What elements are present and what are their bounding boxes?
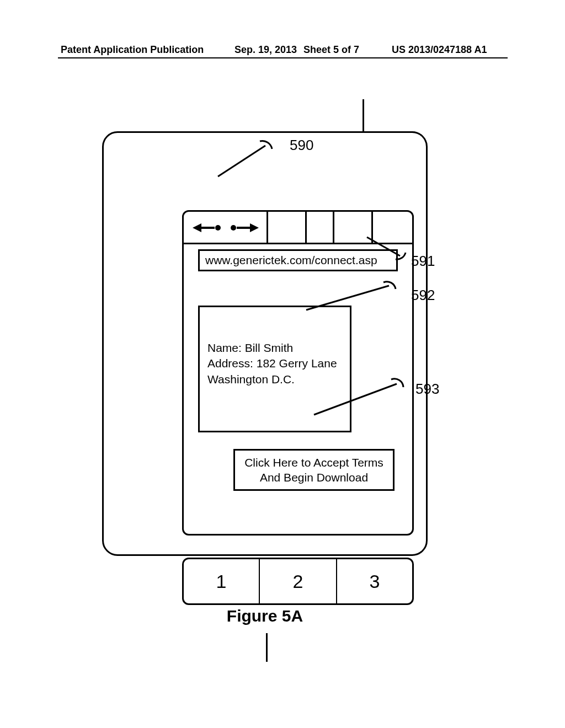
svg-marker-0: [193, 223, 201, 232]
toolbar-sep: [305, 212, 307, 243]
ref-leader-591: [367, 237, 417, 265]
ref-leader-592: [306, 281, 406, 314]
figure-caption: Figure 5A: [74, 607, 455, 625]
page-root: Patent Application Publication Sep. 19, …: [0, 0, 565, 728]
ref-590: 590: [290, 137, 313, 154]
svg-line-8: [306, 286, 389, 310]
header-date: Sep. 19, 2013: [234, 44, 297, 56]
toolbar-sep: [266, 212, 268, 243]
svg-marker-5: [250, 223, 259, 232]
ref-leader-593: [314, 378, 413, 417]
figure-area: www.generictek.com/connect.asp Name: Bil…: [74, 99, 488, 662]
back-icon[interactable]: [193, 223, 222, 233]
svg-point-2: [215, 225, 221, 231]
key-row: 1 2 3: [182, 558, 414, 605]
header-rule: [58, 57, 508, 58]
caption-lead-line: [266, 633, 268, 662]
form-address-line: Address: 182 Gerry Lane: [207, 356, 342, 371]
device-outline: www.generictek.com/connect.asp Name: Bil…: [102, 131, 428, 556]
svg-point-3: [231, 225, 236, 231]
ref-592: 592: [411, 287, 435, 304]
svg-line-9: [314, 384, 397, 415]
svg-line-7: [367, 237, 400, 256]
header-publication-type: Patent Application Publication: [61, 44, 204, 56]
device-lead-line: [363, 99, 364, 131]
ref-leader-590: [218, 139, 284, 178]
key-3[interactable]: 3: [337, 558, 414, 605]
svg-line-6: [218, 146, 265, 176]
header-pub-number: US 2013/0247188 A1: [392, 44, 487, 56]
accept-download-button[interactable]: Click Here to Accept Terms And Begin Dow…: [233, 449, 395, 491]
key-1[interactable]: 1: [182, 558, 259, 605]
key-2[interactable]: 2: [259, 558, 337, 605]
header-sheet: Sheet 5 of 7: [303, 44, 359, 56]
toolbar-sep: [333, 212, 334, 243]
ref-591: 591: [411, 253, 435, 270]
ref-593: 593: [415, 381, 439, 398]
form-name-line: Name: Bill Smith: [207, 340, 342, 356]
forward-icon[interactable]: [229, 223, 259, 233]
